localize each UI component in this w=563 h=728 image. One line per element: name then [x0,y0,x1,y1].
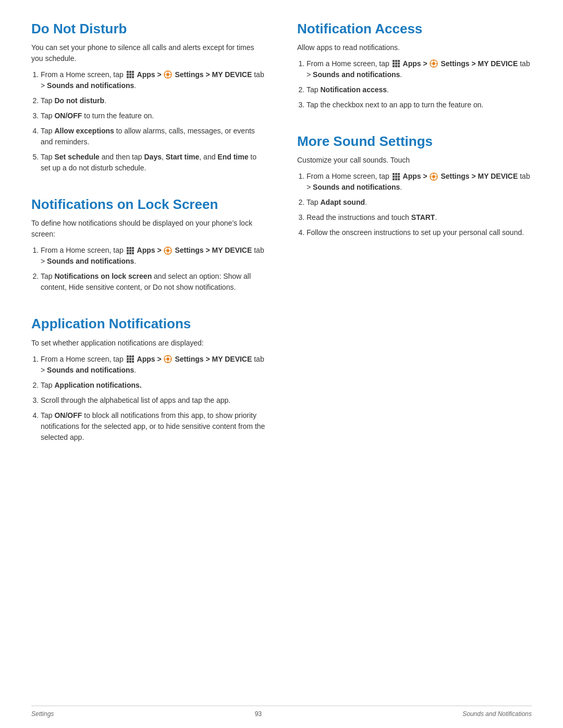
svg-point-55 [432,62,435,65]
svg-rect-0 [127,71,129,73]
list-item: Tap Allow exceptions to allow alarms, ca… [41,126,266,147]
svg-rect-4 [129,73,131,76]
apps-icon [126,246,134,255]
svg-rect-38 [132,361,134,363]
section-desc-notification-access: Allow apps to read notifications. [297,42,532,53]
svg-point-70 [432,175,435,178]
section-notifications-lock-screen: Notifications on Lock Screen To define h… [31,196,266,297]
svg-rect-35 [132,358,134,360]
section-notification-access: Notification Access Allow apps to read n… [297,21,532,115]
svg-rect-6 [127,76,129,78]
steps-notification-access: From a Home screen, tap Apps > Settings … [297,58,532,110]
svg-rect-66 [393,178,395,180]
settings-icon [430,59,438,68]
svg-rect-45 [393,60,395,62]
svg-rect-49 [395,63,397,65]
svg-rect-30 [127,355,129,357]
footer-left: Settings [31,710,54,718]
list-item: Tap ON/OFF to turn the feature on. [41,110,266,121]
svg-rect-34 [129,358,131,360]
svg-rect-63 [393,176,395,178]
svg-rect-62 [398,173,400,175]
svg-point-40 [166,357,169,361]
section-title-notification-access: Notification Access [297,21,532,37]
apps-icon [126,70,134,79]
list-item: Tap Application notifications. [41,380,266,391]
section-title-more-sound-settings: More Sound Settings [297,133,532,150]
list-item: Tap Adapt sound. [307,197,532,208]
svg-rect-33 [127,358,129,360]
section-desc-do-not-disturb: You can set your phone to silence all ca… [31,42,266,64]
svg-rect-23 [132,252,134,254]
left-column: Do Not Disturb You can set your phone to… [31,21,266,697]
svg-rect-50 [398,63,400,65]
list-item: From a Home screen, tap Apps > Settings … [307,171,532,193]
footer-right: Sounds and Notifications [462,710,532,718]
svg-rect-8 [132,76,134,78]
svg-point-10 [166,73,169,76]
svg-rect-20 [132,250,134,252]
footer: Settings 93 Sounds and Notifications [31,706,532,718]
section-title-do-not-disturb: Do Not Disturb [31,21,266,37]
steps-application-notifications: From a Home screen, tap Apps > Settings … [31,354,266,443]
svg-rect-53 [398,65,400,67]
svg-rect-36 [127,361,129,363]
svg-rect-22 [129,252,131,254]
svg-rect-31 [129,355,131,357]
svg-rect-65 [398,176,400,178]
list-item: Tap ON/OFF to block all notifications fr… [41,410,266,443]
list-item: Read the instructions and touch START. [307,212,532,223]
svg-rect-5 [132,73,134,76]
apps-icon [392,172,400,181]
page: Do Not Disturb You can set your phone to… [0,0,563,728]
settings-icon [164,70,172,79]
steps-notifications-lock-screen: From a Home screen, tap Apps > Settings … [31,245,266,293]
section-desc-more-sound-settings: Customize your call sounds. Touch [297,155,532,166]
list-item: From a Home screen, tap Apps > Settings … [41,69,266,91]
svg-rect-37 [129,361,131,363]
svg-rect-61 [395,173,397,175]
apps-icon [392,59,400,68]
svg-point-25 [166,249,169,252]
steps-more-sound-settings: From a Home screen, tap Apps > Settings … [297,171,532,238]
svg-rect-52 [395,65,397,67]
svg-rect-1 [129,71,131,73]
section-application-notifications: Application Notifications To set whether… [31,316,266,447]
svg-rect-21 [127,252,129,254]
svg-rect-67 [395,178,397,180]
footer-page: 93 [255,710,262,718]
list-item: Tap Set schedule and then tap Days, Star… [41,152,266,174]
section-desc-notifications-lock-screen: To define how notifications should be di… [31,218,266,240]
svg-rect-32 [132,355,134,357]
list-item: From a Home screen, tap Apps > Settings … [41,245,266,267]
steps-do-not-disturb: From a Home screen, tap Apps > Settings … [31,69,266,174]
svg-rect-19 [129,250,131,252]
svg-rect-3 [127,73,129,76]
list-item: From a Home screen, tap Apps > Settings … [307,58,532,80]
right-column: Notification Access Allow apps to read n… [297,21,532,697]
list-item: From a Home screen, tap Apps > Settings … [41,354,266,376]
svg-rect-18 [127,250,129,252]
section-desc-application-notifications: To set whether application notifications… [31,338,266,349]
svg-rect-2 [132,71,134,73]
section-title-notifications-lock-screen: Notifications on Lock Screen [31,196,266,213]
svg-rect-16 [129,247,131,249]
list-item: Tap Do not disturb. [41,95,266,106]
svg-rect-47 [398,60,400,62]
list-item: Tap Notifications on lock screen and sel… [41,271,266,293]
apps-icon [126,355,134,363]
svg-rect-68 [398,178,400,180]
svg-rect-48 [393,63,395,65]
svg-rect-51 [393,65,395,67]
section-more-sound-settings: More Sound Settings Customize your call … [297,133,532,242]
settings-icon [164,246,172,255]
section-title-application-notifications: Application Notifications [31,316,266,332]
list-item: Follow the onscreen instructions to set … [307,227,532,238]
list-item: Tap the checkbox next to an app to turn … [307,100,532,110]
section-do-not-disturb: Do Not Disturb You can set your phone to… [31,21,266,178]
svg-rect-60 [393,173,395,175]
settings-icon [164,355,172,363]
list-item: Tap Notification access. [307,84,532,95]
list-item: Scroll through the alphabetical list of … [41,395,266,406]
svg-rect-17 [132,247,134,249]
